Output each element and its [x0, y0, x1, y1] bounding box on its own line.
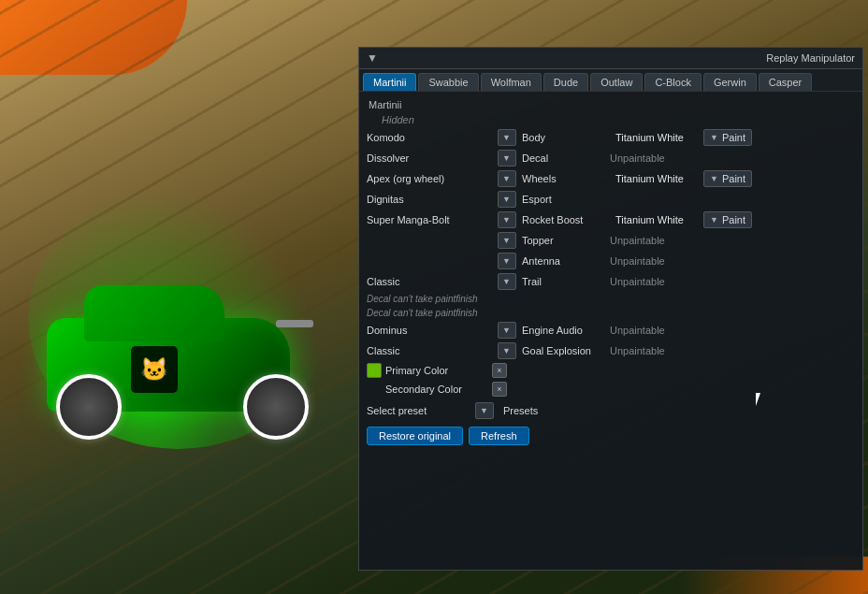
paint-value-decal: Unpaintable — [610, 152, 703, 164]
filter-icon: ▼ — [367, 51, 378, 65]
dropdown-arrow-boost: ▼ — [502, 215, 511, 225]
tab-martinii[interactable]: Martinii — [363, 73, 416, 91]
primary-color-swatch[interactable] — [367, 363, 382, 378]
dropdown-topper[interactable]: ▼ — [498, 232, 516, 249]
dropdown-esport[interactable]: ▼ — [498, 191, 516, 208]
car-body: 🐱 — [28, 187, 327, 449]
slot-decal: Decal — [516, 152, 610, 164]
dropdown-antenna[interactable]: ▼ — [498, 253, 516, 269]
cat-decal: 🐱 — [131, 346, 178, 393]
item-name-dissolver: Dissolver — [367, 152, 498, 164]
paint-label-wheels: Paint — [722, 173, 745, 184]
item-name-komodo: Komodo — [367, 132, 498, 143]
dropdown-engine[interactable]: ▼ — [498, 322, 516, 339]
item-name-dignitas: Dignitas — [367, 194, 498, 205]
paint-btn-arrow-boost: ▼ — [710, 215, 718, 225]
car-top — [84, 285, 224, 341]
dropdown-decal[interactable]: ▼ — [498, 150, 516, 167]
item-row-antenna: ▼ Antenna Unpaintable — [367, 251, 855, 271]
item-row-decal: Dissolver ▼ Decal Unpaintable — [367, 148, 855, 168]
primary-color-clear-button[interactable]: × — [492, 363, 507, 378]
paint-btn-arrow-wheels: ▼ — [710, 174, 718, 183]
paint-value-topper: Unpaintable — [610, 235, 703, 246]
car-spoiler — [276, 320, 313, 327]
replay-manipulator-panel: ▼ Replay Manipulator Martinii Swabbie Wo… — [358, 47, 863, 571]
dropdown-body[interactable]: ▼ — [498, 129, 516, 146]
item-name-supermanga: Super Manga-Bolt — [367, 214, 498, 225]
dropdown-arrow-body: ▼ — [502, 133, 511, 142]
primary-color-label: Primary Color — [385, 365, 488, 376]
section-name: Martinii — [367, 95, 855, 112]
panel-header: ▼ Replay Manipulator — [359, 48, 862, 69]
preset-select-label: Select preset — [367, 405, 470, 416]
restore-original-button[interactable]: Restore original — [367, 427, 463, 445]
item-row-esport: Dignitas ▼ Esport — [367, 189, 855, 210]
preset-row: Select preset ▼ Presets — [367, 398, 855, 423]
dropdown-preset[interactable]: ▼ — [475, 402, 494, 419]
slot-wheels: Wheels — [516, 173, 610, 184]
preset-button-label: Presets — [499, 405, 538, 416]
tab-wolfman[interactable]: Wolfman — [481, 73, 542, 91]
dropdown-arrow-goal: ▼ — [502, 346, 511, 355]
slot-antenna: Antenna — [516, 255, 610, 267]
paint-btn-body[interactable]: ▼ Paint — [703, 129, 752, 146]
paint-value-engine: Unpaintable — [610, 325, 703, 336]
paint-value-antenna: Unpaintable — [610, 255, 703, 267]
slot-engine: Engine Audio — [516, 325, 610, 336]
item-name-dominus: Dominus — [367, 325, 498, 336]
item-row-wheels: Apex (org wheel) ▼ Wheels Titanium White… — [367, 168, 855, 189]
tab-casper[interactable]: Casper — [759, 73, 812, 91]
dropdown-boost[interactable]: ▼ — [498, 211, 516, 228]
dropdown-arrow-decal: ▼ — [502, 153, 511, 163]
tab-gerwin[interactable]: Gerwin — [703, 73, 757, 91]
wheel-back — [243, 374, 309, 440]
paint-value-goal: Unpaintable — [610, 345, 703, 356]
primary-color-row: Primary Color × — [367, 361, 855, 380]
paint-value-wheels: Titanium White — [610, 173, 703, 184]
dropdown-arrow-antenna: ▼ — [502, 256, 511, 266]
tab-dude[interactable]: Dude — [543, 73, 588, 91]
item-row-engine-audio: Dominus ▼ Engine Audio Unpaintable — [367, 320, 855, 340]
warning-2: Decal can't take paintfinish — [367, 306, 855, 320]
paint-value-trail: Unpaintable — [610, 276, 703, 287]
section-sublabel: Hidden — [367, 112, 855, 127]
item-name-classic-goal: Classic — [367, 345, 498, 356]
slot-body: Body — [516, 132, 610, 143]
dropdown-arrow-esport: ▼ — [502, 195, 511, 204]
paint-btn-wheels[interactable]: ▼ Paint — [703, 170, 752, 187]
paint-btn-boost[interactable]: ▼ Paint — [703, 211, 752, 228]
dropdown-arrow-wheels: ▼ — [502, 174, 511, 183]
item-row-body: Komodo ▼ Body Titanium White ▼ Paint — [367, 127, 855, 148]
tab-cblock[interactable]: C-Block — [644, 73, 702, 91]
paint-btn-arrow-body: ▼ — [710, 133, 718, 142]
item-row-goal-explosion: Classic ▼ Goal Explosion Unpaintable — [367, 340, 855, 361]
item-name-apex: Apex (org wheel) — [367, 173, 498, 184]
action-row: Restore original Refresh — [367, 423, 855, 449]
tab-outlaw[interactable]: Outlaw — [590, 73, 643, 91]
tabs-row: Martinii Swabbie Wolfman Dude Outlaw C-B… — [359, 69, 862, 92]
dropdown-arrow-preset: ▼ — [480, 406, 488, 415]
dropdown-goal[interactable]: ▼ — [498, 342, 516, 359]
secondary-color-row: Secondary Color × — [367, 380, 855, 398]
paint-label-body: Paint — [722, 132, 745, 143]
dropdown-arrow-topper: ▼ — [502, 236, 511, 245]
slot-boost: Rocket Boost — [516, 214, 610, 225]
panel-title: Replay Manipulator — [766, 52, 855, 64]
slot-esport: Esport — [516, 194, 610, 205]
item-row-trail: Classic ▼ Trail Unpaintable — [367, 271, 855, 292]
paint-label-boost: Paint — [722, 214, 745, 225]
item-row-topper: ▼ Topper Unpaintable — [367, 230, 855, 251]
refresh-button[interactable]: Refresh — [469, 427, 529, 445]
item-name-classic-trail: Classic — [367, 276, 498, 287]
slot-trail: Trail — [516, 276, 610, 287]
panel-content: Martinii Hidden Komodo ▼ Body Titanium W… — [359, 92, 862, 558]
dropdown-arrow-engine: ▼ — [502, 326, 511, 335]
dropdown-wheels[interactable]: ▼ — [498, 170, 516, 187]
paint-value-body: Titanium White — [610, 132, 703, 143]
dropdown-trail[interactable]: ▼ — [498, 273, 516, 290]
tab-swabbie[interactable]: Swabbie — [418, 73, 478, 91]
secondary-color-clear-button[interactable]: × — [492, 382, 507, 397]
slot-topper: Topper — [516, 235, 610, 246]
item-row-boost: Super Manga-Bolt ▼ Rocket Boost Titanium… — [367, 210, 855, 230]
secondary-color-label: Secondary Color — [385, 384, 488, 395]
